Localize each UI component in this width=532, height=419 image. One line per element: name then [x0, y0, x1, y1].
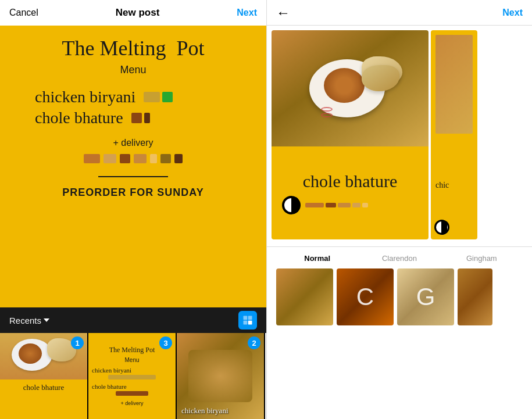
back-button[interactable]: ← [276, 6, 290, 20]
new-post-title: New post [116, 7, 160, 19]
bread-bottom [362, 65, 399, 91]
swatch-7 [174, 154, 183, 163]
side-food-strip [435, 35, 473, 134]
swatch-3 [120, 154, 130, 163]
thumbnail-2[interactable]: The Melting Pot Menu chicken biryani cho… [88, 333, 176, 419]
thumb-badge-3: 2 [248, 336, 260, 349]
swatch-4 [134, 154, 147, 163]
mini-swatch-2 [326, 203, 336, 207]
price-swatch [162, 92, 173, 102]
filter-thumbnails: C G [276, 268, 523, 325]
filter-fourth-bg [458, 268, 492, 325]
svg-rect-2 [244, 321, 248, 325]
swatch-2 [103, 154, 116, 163]
onion-rings [321, 107, 333, 119]
filter-gingham[interactable]: G [397, 268, 454, 325]
thumbnail-1[interactable]: chole bhature 1 [0, 333, 87, 419]
side-caption-text: chic [435, 181, 449, 190]
thumb-price-1 [108, 375, 156, 379]
onion-ring-1 [321, 107, 333, 112]
carousel-control-button[interactable] [282, 196, 301, 214]
price-swatch [144, 113, 150, 123]
thumb-bg-4 [265, 333, 266, 419]
side-control-half [441, 221, 447, 233]
onion-ring-2 [321, 113, 333, 117]
filters-area: Normal Clarendon Gingham C G [267, 246, 532, 330]
next-button-right[interactable]: Next [502, 8, 523, 18]
price-block-1 [144, 92, 173, 102]
filter-gingham-letter: G [416, 283, 435, 311]
filter-label-gingham[interactable]: Gingham [441, 254, 523, 263]
filter-fourth[interactable] [458, 268, 492, 325]
left-panel: Cancel New post Next The Melting Pot Men… [0, 0, 266, 419]
carousel-controls [277, 196, 368, 214]
thumb-menu-label: Menu [124, 357, 139, 363]
svg-rect-3 [248, 321, 252, 325]
thumb-yellow-1: chole bhature [23, 379, 64, 414]
preorder-label: PREORDER FOR SUNDAY [62, 187, 203, 199]
food-visual-1 [9, 336, 78, 377]
mini-swatch-3 [338, 203, 351, 207]
right-panel: ← Next [267, 0, 532, 419]
recents-label-text: Recents [9, 316, 41, 325]
filter-clarendon[interactable]: C [337, 268, 394, 325]
thumb-delivery: + delivery [121, 400, 144, 406]
side-content: chic [431, 30, 477, 239]
biryani-visual [188, 350, 252, 402]
thumbnail-3[interactable]: chicken biryani 2 [177, 333, 264, 419]
color-swatches [84, 154, 183, 163]
bread-pile [350, 56, 402, 97]
mini-swatch-5 [362, 203, 368, 207]
curry-1 [19, 343, 42, 364]
filter-label-normal[interactable]: Normal [276, 254, 358, 263]
price-block-2 [131, 113, 150, 123]
menu-section-label: Menu [120, 64, 146, 76]
multi-select-button[interactable] [238, 311, 257, 330]
bowl-container [304, 53, 397, 123]
recents-dropdown[interactable]: Recents [9, 316, 49, 325]
filter-clarendon-letter: C [356, 283, 374, 311]
thumb-item-1: chicken biryani [92, 367, 172, 374]
mini-swatches [305, 203, 368, 207]
delivery-label: + delivery [113, 138, 153, 148]
right-header: ← Next [267, 0, 532, 26]
photo-gallery: chole bhature 1 The Melting Pot Menu chi… [0, 333, 266, 419]
thumbnail-4[interactable] [265, 333, 266, 419]
control-half [291, 198, 298, 212]
thumb-text-1: chole bhature [23, 381, 64, 392]
image-carousel: chole bhature [267, 26, 532, 246]
side-control [434, 220, 449, 235]
filter-labels: Normal Clarendon Gingham [276, 254, 523, 263]
menu-item-1: chicken biryani [35, 88, 173, 106]
thumb-badge-1: 1 [71, 336, 84, 349]
post-preview-image: The Melting Pot Menu chicken biryani cho… [0, 26, 266, 307]
filter-normal[interactable] [276, 268, 333, 325]
left-header: Cancel New post Next [0, 0, 266, 26]
swatch-1 [84, 154, 100, 163]
carousel-caption-area: chole bhature [272, 146, 429, 239]
menu-item-2: chole bhature [35, 109, 150, 127]
swatch-6 [160, 154, 171, 163]
cancel-button[interactable]: Cancel [9, 8, 38, 18]
multi-select-icon [242, 315, 253, 325]
mini-swatch-1 [305, 203, 324, 207]
carousel-main-item[interactable]: chole bhature [272, 30, 429, 239]
svg-rect-1 [248, 316, 252, 320]
carousel-caption-text: chole bhature [303, 171, 397, 191]
swatch-5 [150, 154, 157, 163]
next-button-left[interactable]: Next [237, 8, 257, 18]
food-photo-visual [272, 30, 429, 146]
filter-label-clarendon[interactable]: Clarendon [358, 254, 440, 263]
side-control-button[interactable] [434, 220, 449, 235]
thumb-caption-3: chicken biryani [181, 406, 228, 416]
bottom-toolbar: Recents [0, 307, 266, 333]
carousel-side-item[interactable]: chic [431, 30, 477, 239]
restaurant-name: The Melting Pot [62, 37, 205, 60]
price-swatch [131, 113, 142, 123]
filter-normal-bg [276, 268, 333, 325]
thumb-price-2 [116, 391, 148, 396]
decorative-divider [98, 176, 168, 177]
price-swatch [144, 92, 160, 102]
mini-swatch-4 [352, 203, 360, 207]
chevron-down-icon [44, 318, 49, 322]
